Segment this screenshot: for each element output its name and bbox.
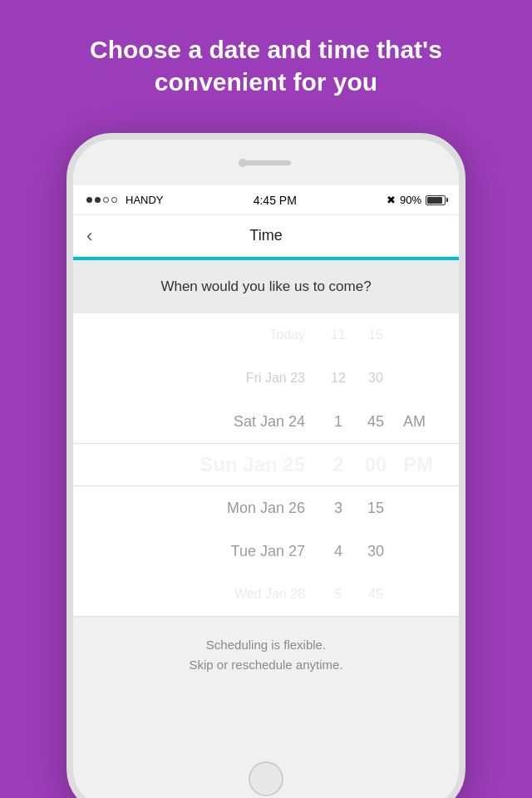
battery-pct: 90%	[400, 194, 421, 206]
picker-row-4[interactable]: Mon Jan 26 3 15	[73, 486, 459, 530]
picker-hour-6: 5	[322, 587, 355, 602]
status-right: ✖ 90%	[387, 194, 446, 206]
status-bar: HANDY 4:45 PM ✖ 90%	[73, 185, 459, 215]
picker-min-3: 00	[355, 453, 397, 476]
picker-date-2: Sat Jan 24	[98, 413, 322, 431]
signal-dot-2	[95, 197, 101, 203]
phone-camera	[239, 159, 247, 167]
picker-date-3: Sun Jan 25	[98, 453, 322, 476]
picker-row-1[interactable]: Fri Jan 23 12 30	[73, 357, 459, 400]
picker-ampm-3: PM	[397, 453, 434, 476]
status-left: HANDY	[86, 194, 164, 206]
nav-title: Time	[249, 227, 282, 244]
nav-bar: ‹ Time	[73, 215, 459, 257]
signal-dot-4	[111, 197, 117, 203]
phone-speaker	[241, 160, 291, 165]
headline-line1: Choose a date and time that's	[90, 36, 442, 63]
picker-hour-4: 3	[322, 500, 355, 517]
phone-top-bar	[73, 140, 459, 185]
status-time: 4:45 PM	[254, 194, 297, 207]
picker-date-1: Fri Jan 23	[98, 371, 322, 386]
bottom-info: Scheduling is flexible. Skip or reschedu…	[73, 616, 459, 693]
picker-min-0: 15	[355, 328, 397, 342]
picker-row-5[interactable]: Tue Jan 27 4 30	[73, 530, 459, 573]
picker-min-6: 45	[355, 587, 397, 602]
picker-row-2[interactable]: Sat Jan 24 1 45 AM	[73, 400, 459, 443]
back-button[interactable]: ‹	[86, 225, 92, 247]
picker-row-3[interactable]: Sun Jan 25 2 00 PM	[73, 443, 459, 486]
picker-date-4: Mon Jan 26	[98, 500, 322, 517]
picker-min-2: 45	[355, 413, 397, 431]
headline-line2: convenient for you	[155, 68, 377, 96]
signal-dot-3	[103, 197, 109, 203]
phone-shell: HANDY 4:45 PM ✖ 90% ‹ Time When would yo…	[66, 133, 466, 798]
picker-min-1: 30	[355, 371, 397, 386]
picker-hour-1: 12	[322, 371, 355, 386]
question-text: When would you like us to come?	[160, 278, 371, 294]
signal-dots	[86, 197, 117, 203]
picker-date-5: Tue Jan 27	[98, 543, 322, 560]
picker-min-5: 30	[355, 543, 397, 560]
picker-hour-3: 2	[322, 453, 355, 476]
picker-row-0[interactable]: Today 11 15	[73, 313, 459, 357]
bluetooth-icon: ✖	[387, 194, 396, 206]
signal-dot-1	[86, 197, 92, 203]
picker-row-6[interactable]: Wed Jan 28 5 45	[73, 573, 459, 616]
picker-hour-2: 1	[322, 413, 355, 431]
question-header: When would you like us to come?	[73, 260, 459, 313]
picker-date-6: Wed Jan 28	[98, 587, 322, 602]
battery-icon	[426, 195, 446, 205]
picker-min-4: 15	[355, 500, 397, 517]
picker-container[interactable]: Today 11 15 Fri Jan 23 12 30 Sat Jan 24 …	[73, 313, 459, 616]
home-button[interactable]	[249, 761, 283, 796]
picker-hour-5: 4	[322, 543, 355, 560]
picker-rows: Today 11 15 Fri Jan 23 12 30 Sat Jan 24 …	[73, 313, 459, 616]
picker-ampm-2: AM	[397, 413, 434, 431]
picker-hour-0: 11	[322, 328, 355, 342]
phone-home-area	[73, 750, 459, 798]
battery-fill	[427, 197, 442, 204]
picker-date-0: Today	[98, 328, 322, 342]
carrier-label: HANDY	[126, 194, 164, 206]
bottom-line2: Skip or reschedule anytime.	[98, 655, 434, 675]
bottom-line1: Scheduling is flexible.	[98, 635, 434, 655]
headline: Choose a date and time that's convenient…	[0, 0, 532, 123]
